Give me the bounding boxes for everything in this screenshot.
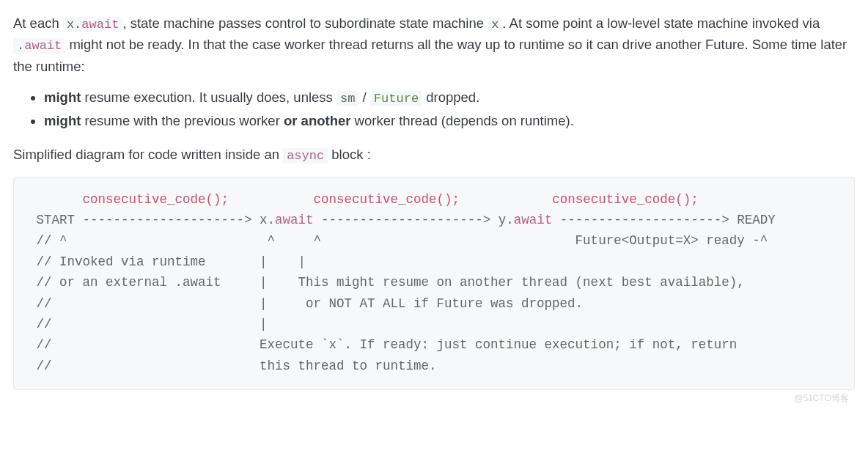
intro-paragraph: At each x.await, state machine passes co… [13,13,855,77]
code-diagram: consecutive_code(); consecutive_code(); … [13,177,855,390]
watermark: @51CTO博客 [13,390,855,406]
text: block : [328,147,371,162]
code-async: async [283,148,328,164]
text-bold: or another [284,113,350,128]
text: , state machine passes control to subord… [122,15,488,31]
code-x: x [488,17,502,32]
list-item: might resume with the previous worker or… [44,111,855,132]
text: might not be ready. In that the case wor… [13,37,847,73]
text-bold: might [44,113,81,128]
text: Simplified diagram for code written insi… [13,147,283,162]
code-x-await: x.await [63,17,123,32]
text: worker thread (depends on runtime). [350,113,573,128]
text: At each [13,15,63,31]
list-item: might resume execution. It usually does,… [44,87,855,109]
code-dot-await: .await [13,38,65,54]
text-bold: might [44,89,81,105]
bullet-list: might resume execution. It usually does,… [13,87,855,131]
code-future: Future [370,91,422,106]
text: . At some point a low-level state machin… [502,15,820,31]
text: resume execution. It usually does, unles… [81,89,336,105]
text: resume with the previous worker [81,113,284,128]
diagram-intro: Simplified diagram for code written insi… [13,144,855,166]
text: dropped. [422,89,479,105]
code-sm: sm [336,91,358,106]
text: / [358,89,369,105]
